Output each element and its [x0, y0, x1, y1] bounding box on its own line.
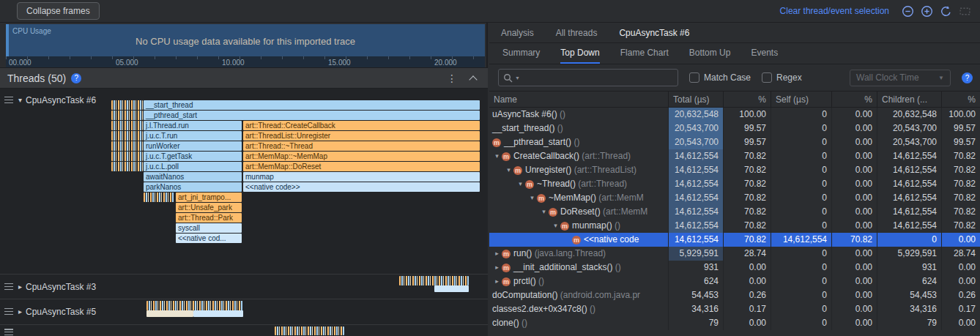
table-row[interactable]: m__pthread_start() ()20,543,70099.5700.0…: [489, 135, 980, 149]
tab-cpuasynctask-6[interactable]: CpuAsyncTask #6: [619, 28, 689, 38]
collapse-frames-button[interactable]: Collapse frames: [17, 2, 100, 20]
checkbox-icon[interactable]: [762, 72, 772, 83]
thread-state-bar[interactable]: [146, 310, 193, 317]
flame-frame[interactable]: munmap: [243, 172, 480, 182]
table-row[interactable]: ▾mUnregister() (art::ThreadList)14,612,5…: [489, 163, 980, 177]
header-total-pct[interactable]: %: [724, 92, 771, 107]
thread-name[interactable]: CpuAsyncTask #3: [26, 282, 96, 292]
cpu-usage-panel[interactable]: CPU Usage No CPU usage data available fo…: [6, 24, 485, 56]
table-row[interactable]: clone() ()790.0000.00790.00: [489, 316, 980, 330]
table-row[interactable]: ▾mCreateCallback() (art::Thread)14,612,5…: [489, 149, 980, 163]
activity-strip[interactable]: [111, 131, 143, 141]
chevron-right-icon[interactable]: ▸: [492, 247, 502, 261]
kebab-menu-icon[interactable]: ⋮: [447, 72, 457, 84]
thread-activity-chart[interactable]: [110, 325, 488, 336]
table-row[interactable]: ▸mprctl() ()6240.0000.006240.00: [489, 275, 980, 288]
drag-handle-icon[interactable]: [4, 308, 13, 315]
chevron-down-icon[interactable]: ▾: [492, 149, 502, 163]
flame-frame[interactable]: art::Thread::~Thread: [243, 141, 480, 151]
search-box[interactable]: ▼: [498, 69, 678, 86]
table-row[interactable]: ▸m__init_additional_stacks() ()9310.0000…: [489, 261, 980, 275]
table-row[interactable]: uAsyncTask #6() ()20,632,548100.0000.002…: [489, 108, 980, 122]
activity-strip[interactable]: [144, 193, 174, 202]
table-row[interactable]: __start_thread() ()20,543,70099.5700.002…: [489, 122, 980, 135]
zoom-out-icon[interactable]: [902, 5, 914, 18]
chevron-down-icon[interactable]: ▾: [527, 191, 537, 205]
thread-name[interactable]: CpuAsyncTask #6: [26, 95, 96, 105]
flame-frame[interactable]: runWorker: [144, 141, 242, 151]
drag-handle-icon[interactable]: [4, 329, 13, 335]
flame-frame[interactable]: art_jni_trampo...: [176, 193, 242, 202]
chevron-down-icon[interactable]: ▾: [18, 96, 22, 104]
table-row[interactable]: m<<native code14,612,55470.8214,612,5547…: [489, 233, 980, 247]
table-row[interactable]: classes2.dex+0x347c8() ()34,3160.1700.00…: [489, 302, 980, 316]
chevron-right-icon[interactable]: ▸: [18, 283, 22, 291]
activity-strip[interactable]: [111, 141, 143, 151]
tab-analysis[interactable]: Analysis: [501, 28, 534, 38]
match-case-checkbox[interactable]: Match Case: [689, 72, 751, 83]
regex-checkbox[interactable]: Regex: [762, 72, 802, 83]
table-row[interactable]: ▾m~Thread() (art::Thread)14,612,55470.82…: [489, 177, 980, 191]
header-self[interactable]: Self (µs): [771, 92, 832, 107]
zoom-to-selection-icon[interactable]: [959, 5, 971, 18]
activity-strip[interactable]: [146, 301, 243, 310]
help-icon[interactable]: ?: [71, 73, 81, 83]
thread-activity-chart[interactable]: [110, 275, 488, 299]
search-history-chevron-icon[interactable]: ▼: [515, 75, 520, 81]
flame-frame[interactable]: j.l.Thread.run: [144, 121, 242, 130]
subtab-top-down[interactable]: Top Down: [560, 48, 599, 64]
thread-row[interactable]: ▸ CpuAsyncTask #3: [0, 274, 488, 299]
flame-frame[interactable]: art::MemMap::DoReset: [243, 162, 480, 171]
chevron-right-icon[interactable]: ▸: [18, 307, 22, 316]
flame-frame[interactable]: art::Unsafe_park: [176, 203, 242, 212]
flame-frame[interactable]: j.u.c.L.poll: [144, 162, 242, 171]
activity-strip[interactable]: [399, 276, 469, 285]
zoom-in-icon[interactable]: [921, 5, 933, 18]
header-self-pct[interactable]: %: [832, 92, 877, 107]
table-row[interactable]: doComputation() (android.com.java.pr54,4…: [489, 288, 980, 302]
subtab-bottom-up[interactable]: Bottom Up: [689, 48, 731, 64]
table-row[interactable]: ▸mrun() (java.lang.Thread)5,929,59128.74…: [489, 247, 980, 261]
search-input[interactable]: [522, 70, 678, 86]
activity-strip[interactable]: [111, 162, 143, 171]
drag-handle-icon[interactable]: [4, 97, 13, 103]
activity-strip[interactable]: [111, 121, 143, 130]
activity-strip[interactable]: [275, 326, 344, 335]
flame-frame[interactable]: __pthread_start: [144, 111, 480, 120]
chevron-down-icon[interactable]: ▾: [516, 177, 525, 191]
thread-activity-chart[interactable]: [110, 299, 488, 324]
header-children-pct[interactable]: %: [942, 92, 980, 107]
subtab-events[interactable]: Events: [751, 48, 778, 64]
chevron-right-icon[interactable]: ▸: [492, 275, 502, 288]
chevron-right-icon[interactable]: ▸: [492, 261, 502, 275]
table-row[interactable]: ▾mmunmap() ()14,612,55470.8200.0014,612,…: [489, 219, 980, 233]
flame-frame[interactable]: art::Thread::CreateCallback: [243, 121, 480, 130]
flame-frame[interactable]: awaitNanos: [144, 172, 242, 182]
subtab-flame-chart[interactable]: Flame Chart: [620, 48, 669, 64]
flame-frame[interactable]: <<native code>>: [243, 182, 480, 192]
thread-name[interactable]: CpuAsyncTask #5: [26, 307, 96, 317]
flame-frame[interactable]: art::MemMap::~MemMap: [243, 152, 480, 161]
thread-state-bar[interactable]: [193, 310, 243, 317]
subtab-summary[interactable]: Summary: [502, 48, 540, 64]
flame-frame[interactable]: __start_thread: [144, 100, 480, 110]
activity-strip[interactable]: [111, 152, 143, 161]
checkbox-icon[interactable]: [689, 72, 699, 83]
chevron-down-icon[interactable]: ▾: [551, 219, 560, 233]
header-children[interactable]: Children (...: [877, 92, 942, 107]
activity-strip[interactable]: [111, 100, 143, 110]
flame-frame[interactable]: parkNanos: [144, 182, 242, 192]
thread-row[interactable]: ▾ CpuAsyncTask #6 __start_thread__pthrea…: [0, 89, 488, 274]
help-icon[interactable]: ?: [962, 72, 973, 83]
thread-row[interactable]: ▸ CpuAsyncTask #5: [0, 299, 488, 324]
tab-all-threads[interactable]: All threads: [556, 28, 598, 38]
flame-frame[interactable]: j.u.c.T.run: [144, 131, 242, 141]
collapse-panel-chevron-icon[interactable]: [469, 75, 477, 83]
clear-selection-link[interactable]: Clear thread/event selection: [780, 6, 889, 16]
thread-state-bar[interactable]: [434, 285, 469, 292]
flame-frame[interactable]: art::ThreadList::Unregister: [243, 131, 480, 141]
activity-strip[interactable]: [111, 111, 143, 120]
flame-frame[interactable]: j.u.c.T.getTask: [144, 152, 242, 161]
header-name[interactable]: Name: [489, 92, 669, 107]
timeline-ruler[interactable]: 00.000 05.000 10.000 15.000 20.000: [6, 56, 485, 67]
